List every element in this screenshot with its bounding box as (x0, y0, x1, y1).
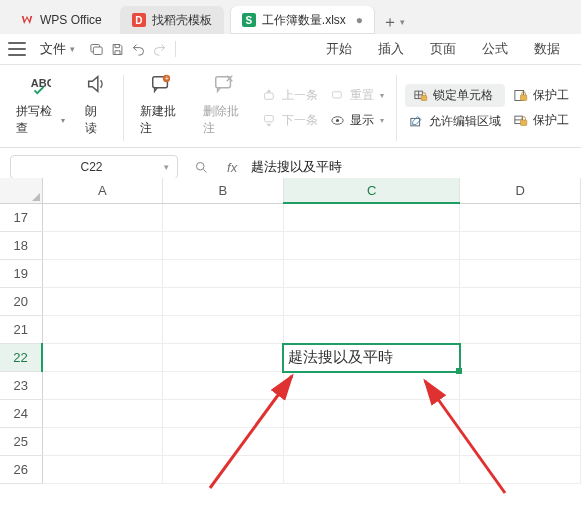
menu-page[interactable]: 页面 (417, 34, 469, 64)
tabs-icon[interactable] (89, 42, 104, 57)
cell[interactable] (283, 288, 460, 316)
row-header[interactable]: 24 (0, 400, 42, 428)
svg-rect-17 (421, 96, 427, 101)
cell[interactable] (283, 316, 460, 344)
cell[interactable] (163, 400, 284, 428)
cell[interactable] (163, 260, 284, 288)
cell[interactable] (460, 232, 581, 260)
cell[interactable] (283, 260, 460, 288)
next-comment-button[interactable]: 下一条 (258, 110, 322, 131)
column-header[interactable]: B (163, 178, 284, 203)
cell[interactable] (460, 428, 581, 456)
row-header[interactable]: 20 (0, 288, 42, 316)
cell[interactable] (460, 203, 581, 232)
name-box-value: C22 (19, 160, 164, 174)
cell[interactable] (163, 203, 284, 232)
read-aloud-button[interactable]: 朗读 (79, 71, 113, 139)
ribbon: ABC 拼写检查▾ 朗读 + 新建批注 删除批注 (0, 65, 581, 148)
row-header[interactable]: 21 (0, 316, 42, 344)
new-tab-button[interactable]: ＋▾ (381, 10, 405, 34)
spellcheck-button[interactable]: ABC 拼写检查▾ (10, 71, 71, 139)
cell[interactable] (283, 203, 460, 232)
active-cell-value: 趧法搜以及平時 (288, 348, 393, 365)
menu-insert[interactable]: 插入 (365, 34, 417, 64)
cell[interactable] (460, 456, 581, 484)
new-comment-button[interactable]: + 新建批注 (134, 71, 189, 139)
reset-icon (330, 88, 345, 103)
cell[interactable] (42, 288, 163, 316)
cell[interactable] (283, 232, 460, 260)
search-icon[interactable] (194, 160, 209, 175)
file-menu[interactable]: 文件 ▾ (32, 37, 83, 61)
cell[interactable] (283, 428, 460, 456)
row-header[interactable]: 18 (0, 232, 42, 260)
cell[interactable] (163, 428, 284, 456)
new-comment-label: 新建批注 (140, 103, 183, 137)
save-icon[interactable] (110, 42, 125, 57)
cell[interactable] (283, 456, 460, 484)
cell[interactable] (460, 400, 581, 428)
cell[interactable] (460, 316, 581, 344)
cell[interactable] (42, 316, 163, 344)
cell[interactable] (163, 372, 284, 400)
column-header[interactable]: D (460, 178, 581, 203)
chevron-down-icon: ▾ (61, 116, 65, 125)
row-header-active[interactable]: 22 (0, 344, 42, 372)
undo-icon[interactable] (131, 42, 146, 57)
delete-comment-button[interactable]: 删除批注 (197, 71, 252, 139)
name-box[interactable]: C22 ▾ (10, 155, 178, 179)
menu-formula[interactable]: 公式 (469, 34, 521, 64)
cell[interactable] (460, 344, 581, 372)
column-header[interactable]: A (42, 178, 163, 203)
row-header[interactable]: 17 (0, 203, 42, 232)
cell[interactable] (42, 372, 163, 400)
cell[interactable] (163, 232, 284, 260)
titlebar: WPS Office D 找稻壳模板 S 工作簿数量.xlsx ● ＋▾ (0, 0, 581, 34)
cell[interactable] (460, 260, 581, 288)
arrow-up-icon (262, 88, 277, 103)
hamburger-icon[interactable] (8, 42, 26, 56)
tab-app-label: WPS Office (40, 13, 102, 27)
cell[interactable] (283, 372, 460, 400)
reset-button[interactable]: 重置▾ (326, 85, 388, 106)
svg-rect-20 (521, 95, 527, 101)
redo-icon[interactable] (152, 42, 167, 57)
main-menus: 开始 插入 页面 公式 数据 (313, 34, 573, 64)
select-all-corner[interactable] (0, 178, 42, 203)
cell[interactable] (460, 372, 581, 400)
cell[interactable] (163, 344, 284, 372)
column-header-active[interactable]: C (283, 178, 460, 203)
row-header[interactable]: 26 (0, 456, 42, 484)
cell[interactable] (163, 288, 284, 316)
fx-icon[interactable]: fx (227, 160, 237, 175)
menu-data[interactable]: 数据 (521, 34, 573, 64)
cell[interactable] (42, 203, 163, 232)
lock-cell-button[interactable]: 锁定单元格 (405, 84, 505, 107)
cell[interactable] (163, 316, 284, 344)
row-header[interactable]: 25 (0, 428, 42, 456)
protect-button-2[interactable]: 保护工 (509, 110, 573, 131)
show-button[interactable]: 显示▾ (326, 110, 388, 131)
cell[interactable] (283, 400, 460, 428)
cell[interactable] (42, 428, 163, 456)
tab-document[interactable]: S 工作簿数量.xlsx ● (230, 6, 375, 34)
cell[interactable] (42, 400, 163, 428)
cell[interactable] (42, 456, 163, 484)
tab-app[interactable]: WPS Office (8, 6, 114, 34)
cell[interactable] (42, 344, 163, 372)
cell[interactable] (42, 260, 163, 288)
row-header[interactable]: 19 (0, 260, 42, 288)
prev-comment-button[interactable]: 上一条 (258, 85, 322, 106)
allow-edit-button[interactable]: 允许编辑区域 (405, 111, 505, 132)
cell[interactable] (163, 456, 284, 484)
formula-value[interactable]: 趧法搜以及平時 (251, 158, 342, 176)
tab-docer[interactable]: D 找稻壳模板 (120, 6, 224, 34)
grid[interactable]: A B C D 17 18 19 20 21 22 趧法搜以及平時 23 24 (0, 178, 581, 484)
menu-start[interactable]: 开始 (313, 34, 365, 64)
row-header[interactable]: 23 (0, 372, 42, 400)
cell[interactable] (460, 288, 581, 316)
active-cell[interactable]: 趧法搜以及平時 (283, 344, 460, 372)
cell[interactable] (42, 232, 163, 260)
svg-rect-23 (521, 120, 527, 126)
protect-button-1[interactable]: 保护工 (509, 85, 573, 106)
